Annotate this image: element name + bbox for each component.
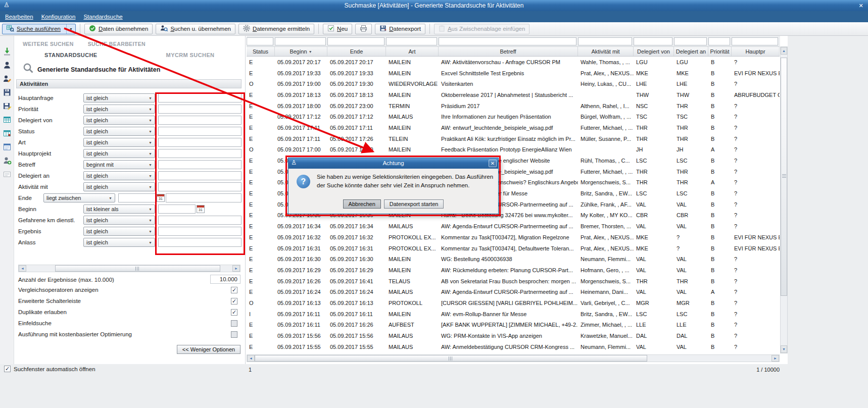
run-search-dropdown[interactable]: ▼ (66, 24, 75, 34)
column-header[interactable]: Aktivität mit (578, 47, 634, 56)
checkbox[interactable]: ✓ (231, 287, 237, 293)
column-filter-input[interactable] (578, 37, 632, 45)
column-header[interactable]: Hauptpr (732, 47, 780, 56)
column-header[interactable]: Betreff (439, 47, 578, 56)
scroll-left-icon[interactable]: ◄ (247, 355, 255, 362)
field-value-input[interactable] (158, 149, 242, 158)
column-header[interactable]: Delegiert von (634, 47, 674, 56)
operator-select[interactable]: ist gleich▼ (83, 216, 155, 225)
person-edit-icon[interactable] (3, 74, 12, 83)
new-button[interactable]: Neu (323, 24, 352, 34)
results-limit-value[interactable]: 10.000 (210, 275, 240, 284)
field-value-input[interactable] (158, 205, 196, 214)
table-horizontal-scrollbar[interactable]: ◄ ► (247, 354, 780, 362)
scrollbar-thumb[interactable] (781, 58, 787, 296)
data-export-button[interactable]: Datenexport (375, 24, 425, 34)
table-row[interactable]: E05.09.2017 15:5505.09.2017 15:55MAILAUS… (247, 341, 780, 352)
import-icon[interactable] (3, 47, 12, 56)
checkbox[interactable] (231, 331, 237, 338)
field-value-input[interactable] (118, 193, 156, 202)
column-filter-input[interactable] (708, 37, 730, 45)
table-row[interactable]: E05.09.2017 17:1105.09.2017 17:11MAILEIN… (247, 122, 780, 133)
field-value-input[interactable] (158, 227, 242, 236)
table-row[interactable]: O05.09.2017 19:0005.09.2017 19:30WIEDERV… (247, 78, 780, 89)
close-icon[interactable]: ✕ (856, 2, 865, 10)
menu-item[interactable]: Konfiguration (41, 14, 76, 20)
scroll-down-icon[interactable]: ▼ (781, 345, 787, 353)
scrollbar-thumb[interactable] (55, 265, 220, 272)
operator-select[interactable]: liegt zwischen▼ (43, 193, 115, 202)
cancel-button[interactable]: Abbrechen (343, 199, 381, 209)
form-icon[interactable] (3, 142, 12, 151)
table-row[interactable]: E05.09.2017 16:2605.09.2017 16:41TELAUSA… (247, 276, 780, 287)
operator-select[interactable]: ist gleich▼ (83, 238, 155, 247)
operator-select[interactable]: ist gleich▼ (83, 171, 155, 180)
field-value-input[interactable] (158, 171, 242, 180)
table-row[interactable]: E05.09.2017 18:1305.09.2017 18:13MAILEIN… (247, 89, 780, 100)
field-value-input[interactable] (166, 193, 242, 202)
checkbox[interactable]: ✓ (4, 366, 11, 372)
operator-select[interactable]: ist gleich▼ (83, 149, 155, 158)
table-row[interactable]: E05.09.2017 16:3205.09.2017 16:32PROTOKO… (247, 232, 780, 243)
operator-select[interactable]: ist gleich▼ (83, 182, 155, 191)
person-add-icon[interactable] (3, 156, 12, 165)
field-value-input[interactable] (158, 138, 242, 147)
calendar-button[interactable]: 31 (197, 205, 205, 213)
table-row[interactable]: O05.09.2017 17:0005.09.2017 17:00MAILEIN… (247, 144, 780, 156)
column-filter-input[interactable] (247, 37, 273, 45)
calendar-button[interactable]: 31 (157, 194, 165, 202)
person-icon[interactable] (3, 61, 12, 70)
column-header[interactable]: Priorität (708, 47, 732, 56)
tab-standardsuche[interactable]: STANDARDSUCHE (44, 52, 98, 58)
operator-select[interactable]: ist gleich▼ (83, 138, 155, 147)
table-row[interactable]: E05.09.2017 16:3405.09.2017 16:34MAILAUS… (247, 221, 780, 232)
search-and-apply-button[interactable]: Suchen u. übernehmen (156, 24, 235, 34)
table-row[interactable]: E05.09.2017 16:2405.09.2017 16:24MAILAUS… (247, 286, 780, 297)
checkbox[interactable]: ✓ (231, 309, 237, 316)
apply-data-button[interactable]: Daten übernehmen (84, 24, 153, 34)
operator-select[interactable]: ist gleich▼ (83, 127, 155, 136)
field-value-input[interactable] (158, 182, 242, 191)
save-icon[interactable] (3, 88, 12, 97)
column-filter-input[interactable] (439, 37, 576, 45)
tab-mycrm-suchen[interactable]: MYCRM SUCHEN (166, 52, 215, 58)
save-as-icon[interactable] (3, 101, 12, 111)
table-row[interactable]: E05.09.2017 16:2905.09.2017 16:29MAILEIN… (247, 265, 780, 276)
field-value-input[interactable] (158, 105, 242, 114)
table-row[interactable]: I05.09.2017 16:1105.09.2017 16:11MAILEIN… (247, 309, 780, 320)
scrollbar-thumb[interactable] (255, 355, 647, 362)
table-row[interactable]: E05.09.2017 16:3105.09.2017 16:31PROTOKO… (247, 243, 780, 254)
section-header[interactable]: Aktivitäten (16, 79, 242, 88)
table-row[interactable]: E05.09.2017 19:3305.09.2017 19:33MAILEIN… (247, 68, 780, 79)
menu-item[interactable]: Standardsuche (83, 14, 122, 20)
table-row[interactable]: E05.09.2017 17:1205.09.2017 17:12MAILAUS… (247, 111, 780, 122)
start-export-button[interactable]: Datenexport starten (384, 199, 444, 209)
table-row[interactable]: E05.09.2017 15:5605.09.2017 15:56MAILAUS… (247, 330, 780, 341)
scrollbar-track[interactable] (26, 265, 232, 272)
table-vertical-scrollbar[interactable]: ▲ ▼ (780, 46, 788, 353)
column-header[interactable]: Delegiert an (674, 47, 708, 56)
table-row[interactable]: O05.09.2017 16:1305.09.2017 16:13PROTOKO… (247, 297, 780, 309)
dialog-titlebar[interactable]: ♙ Achtung ✕ (288, 158, 498, 169)
print-button[interactable] (355, 24, 372, 34)
scroll-right-icon[interactable]: ► (771, 355, 779, 362)
scrollbar-track[interactable] (781, 55, 787, 345)
field-value-input[interactable] (158, 160, 242, 169)
field-value-input[interactable] (158, 238, 242, 247)
column-filter-input[interactable] (634, 37, 672, 45)
close-icon[interactable]: ✕ (489, 160, 497, 167)
field-value-input[interactable] (158, 216, 242, 225)
panel-horizontal-scrollbar[interactable]: ◄ ► (18, 265, 240, 272)
tab-suche-bearbeiten[interactable]: SUCHE BEARBEITEN (88, 41, 146, 47)
operator-select[interactable]: ist gleich▼ (83, 227, 155, 236)
operator-select[interactable]: ist gleich▼ (83, 93, 155, 103)
auto-open-option[interactable]: ✓ Suchfenster automatisch öffnen (4, 366, 95, 372)
determine-volume-button[interactable]: Datenmenge ermitteln (238, 24, 314, 34)
checkbox[interactable]: ✓ (231, 298, 237, 304)
scroll-left-icon[interactable]: ◄ (19, 265, 26, 272)
table-row[interactable]: E05.09.2017 18:0005.09.2017 23:00TERMINP… (247, 100, 780, 112)
menu-item[interactable]: Bearbeiten (5, 14, 33, 20)
column-filter-input[interactable] (674, 37, 707, 45)
operator-select[interactable]: ist gleich▼ (83, 116, 155, 125)
scroll-right-icon[interactable]: ► (232, 265, 240, 272)
